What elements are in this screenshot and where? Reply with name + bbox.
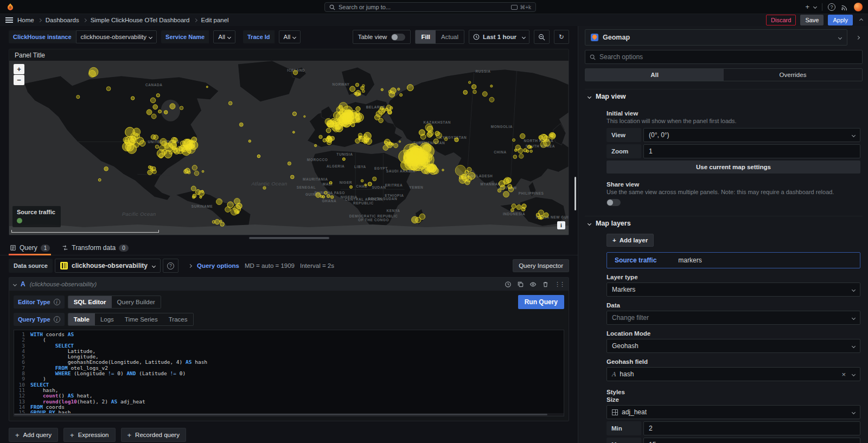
grafana-logo[interactable] [5,2,15,12]
query-row-header[interactable]: A (clickhouse-observability) ⋮⋮ [9,278,569,291]
panel-header[interactable]: Panel Title [9,49,569,61]
drag-handle-icon[interactable]: ⋮⋮ [554,281,564,288]
duplicate-icon[interactable] [517,281,524,288]
zoom-out-button[interactable] [534,30,550,44]
collapse-header-icon[interactable] [859,18,863,22]
breadcrumb: HomeDashboardsSimple ClickHouse OTel Das… [17,17,229,23]
location-mode-select[interactable]: Geohash [607,339,860,353]
map-marker [129,139,135,145]
instance-select[interactable]: clickhouse-observability [76,30,157,43]
recorded-query-button[interactable]: +Recorded query [121,428,186,442]
history-icon[interactable] [505,281,512,288]
max-input[interactable]: 15 [643,438,860,443]
world-map: CANADAUNITED STATESRUSSIAKAZAKHSTANMONGO… [9,61,569,235]
clear-icon[interactable]: × [841,370,846,378]
map-marker [435,131,439,136]
panel-resize-handle[interactable] [249,237,329,239]
geomap-panel-icon [591,34,598,41]
map-marker [427,132,432,137]
sql-editor-hscrollbar[interactable] [14,413,564,416]
editor-type-sql-editor[interactable]: SQL Editor [68,296,112,308]
query-type-table[interactable]: Table [68,313,95,325]
sql-editor[interactable]: 1WITH coords AS2 (3 SELECT4 Latitude,5 L… [14,330,564,416]
panel-type-selector[interactable]: Geomap [585,29,847,46]
query-type-time-series[interactable]: Time Series [119,313,163,325]
trace-select[interactable]: All [279,30,301,43]
expression-button[interactable]: +Expression [63,428,115,442]
map-zoom-out-button[interactable]: − [14,75,24,85]
query-options-link[interactable]: Query options [197,262,239,269]
refresh-icon: ↻ [559,33,564,41]
legend-title: Source traffic [17,209,55,215]
min-input[interactable]: 2 [643,421,860,435]
data-filter-select[interactable]: Change filter [607,311,860,325]
geohash-field-label: Geohash field [607,358,860,365]
apply-button[interactable]: Apply [828,15,853,25]
add-layer-button[interactable]: + Add layer [607,234,654,247]
tab-all[interactable]: All [585,69,724,81]
geomap-panel: Panel Title [9,49,569,235]
use-current-map-settings-button[interactable]: Use current map settings [607,160,860,174]
new-menu-button[interactable]: + [805,3,816,11]
options-search-input[interactable]: Search options [585,50,863,64]
breadcrumb-item[interactable]: Dashboards [46,17,79,23]
datasource-help-button[interactable]: ? [163,259,178,273]
help-icon[interactable]: ? [828,3,835,11]
breadcrumb-item[interactable]: Simple ClickHouse OTel Dashboard [91,17,190,23]
delete-icon[interactable] [542,281,549,288]
map-marker [544,139,551,146]
view-select[interactable]: (0°, 0°) [643,128,860,142]
table-view-toggle[interactable] [391,34,405,41]
collapse-query-icon[interactable] [13,282,17,286]
map-attribution-button[interactable]: i [557,221,565,229]
map-marker [520,133,525,139]
fill-option[interactable]: Fill [416,30,436,43]
datasource-picker[interactable]: clickhouse-observability [55,259,161,273]
discard-button[interactable]: Discard [766,15,796,25]
breadcrumb-item[interactable]: Edit panel [201,17,229,23]
map-canvas[interactable]: CANADAUNITED STATESRUSSIAKAZAKHSTANMONGO… [9,61,569,235]
service-select[interactable]: All [213,30,235,43]
map-marker [385,141,388,144]
add-query-button[interactable]: +Add query [9,428,58,442]
actual-option[interactable]: Actual [436,30,464,43]
layer-type-select[interactable]: Markers [607,283,860,297]
map-layers-section-header[interactable]: Map layers [585,216,863,230]
query-options-expand-icon[interactable] [188,264,192,267]
tab-transform-data[interactable]: Transform data 0 [61,242,129,255]
query-type-logs[interactable]: Logs [95,313,119,325]
time-range-picker[interactable]: Last 1 hour [469,30,529,44]
search-input[interactable]: Search or jump to... ⌘+k [324,2,536,12]
map-marker [234,206,241,213]
size-field-select[interactable]: adj_heat [607,405,860,419]
refresh-button[interactable]: ↻ [554,30,569,44]
editor-type-query-builder[interactable]: Query Builder [112,296,161,308]
map-marker [76,95,80,99]
map-marker [327,140,331,145]
share-view-toggle[interactable] [607,199,621,206]
map-marker [164,111,168,114]
map-marker [468,81,471,84]
save-button[interactable]: Save [800,15,824,25]
geohash-field-select[interactable]: A hash × [607,367,860,381]
map-marker [393,143,398,147]
menu-toggle-icon[interactable] [5,17,13,23]
map-geo-label: NORWAY [333,82,350,86]
layer-source-traffic[interactable]: Source traffic markers [607,252,860,268]
query-inspector-button[interactable]: Query Inspector [513,259,569,272]
query-type-traces[interactable]: Traces [163,313,193,325]
run-query-button[interactable]: Run Query [518,295,564,309]
tab-query[interactable]: Query 1 [9,242,51,255]
tab-overrides[interactable]: Overrides [724,69,862,81]
map-geo-label: CANADA [145,83,163,87]
user-avatar[interactable] [854,3,863,11]
news-icon[interactable] [841,3,848,11]
zoom-input[interactable]: 1 [643,144,860,158]
breadcrumb-item[interactable]: Home [17,17,34,23]
edit-pane-scrollbar[interactable] [575,177,576,210]
hide-response-icon[interactable] [529,281,537,288]
collapse-options-pane-button[interactable] [851,36,863,39]
map-view-section-header[interactable]: Map view [585,89,863,104]
panel-options-pane: Geomap Search options All Overrides Map … [578,26,868,443]
map-zoom-in-button[interactable]: + [14,64,24,74]
